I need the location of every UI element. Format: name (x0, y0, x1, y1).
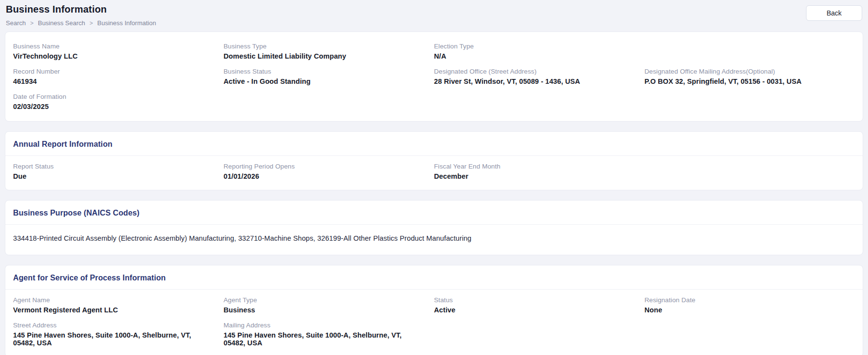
field-label: Business Type (224, 43, 425, 50)
field-agent-mailing-address: Mailing Address 145 Pine Haven Shores, S… (224, 322, 434, 347)
field-value: Active - In Good Standing (224, 77, 425, 85)
agent-grid: Agent Name Vermont Registered Agent LLC … (5, 290, 863, 355)
field-label: Resignation Date (645, 296, 846, 304)
field-label: Designated Office (Street Address) (434, 68, 635, 75)
field-label: Date of Formation (13, 93, 214, 100)
field-label: Report Status (13, 163, 214, 170)
field-fiscal-year-end-month: Fiscal Year End Month December (434, 163, 645, 180)
breadcrumb-business-search[interactable]: Business Search (38, 19, 85, 27)
field-value: 28 River St, Windsor, VT, 05089 - 1436, … (434, 77, 635, 85)
breadcrumb-business-information: Business Information (97, 19, 156, 27)
field-agent-status: Status Active (434, 296, 645, 314)
field-business-name: Business Name VirTechnology LLC (13, 43, 224, 60)
section-title-agent: Agent for Service of Process Information (5, 265, 863, 289)
field-date-of-formation: Date of Formation 02/03/2025 (13, 93, 224, 110)
back-button[interactable]: Back (806, 5, 862, 21)
field-label: Fiscal Year End Month (434, 163, 635, 170)
field-designated-office-street-address: Designated Office (Street Address) 28 Ri… (434, 68, 645, 85)
business-information-page: Business Information Search > Business S… (0, 0, 868, 355)
field-value: December (434, 172, 635, 180)
field-business-type: Business Type Domestic Limited Liability… (224, 43, 434, 60)
field-label: Reporting Period Opens (224, 163, 425, 170)
field-value: Domestic Limited Liability Company (224, 52, 425, 60)
field-resignation-date: Resignation Date None (645, 296, 855, 314)
field-value: None (645, 306, 846, 314)
annual-report-grid: Report Status Due Reporting Period Opens… (5, 156, 863, 190)
field-value: Vermont Registered Agent LLC (13, 306, 214, 314)
field-label: Agent Type (224, 296, 425, 304)
field-label: Record Number (13, 68, 214, 75)
field-label: Status (434, 296, 635, 304)
field-label: Agent Name (13, 296, 214, 304)
field-label: Business Name (13, 43, 214, 50)
field-value: N/A (434, 52, 635, 60)
field-value: 461934 (13, 77, 214, 85)
field-value: 145 Pine Haven Shores, Suite 1000-A, She… (13, 331, 214, 347)
field-agent-name: Agent Name Vermont Registered Agent LLC (13, 296, 224, 314)
breadcrumb-search[interactable]: Search (6, 19, 26, 27)
grid-spacer (645, 43, 855, 60)
chevron-right-icon: > (30, 20, 33, 27)
field-agent-street-address: Street Address 145 Pine Haven Shores, Su… (13, 322, 224, 347)
field-value: Business (224, 306, 425, 314)
breadcrumb: Search > Business Search > Business Info… (6, 19, 156, 27)
field-value: P.O BOX 32, Springfield, VT, 05156 - 003… (645, 77, 846, 85)
field-business-status: Business Status Active - In Good Standin… (224, 68, 434, 85)
field-label: Street Address (13, 322, 214, 329)
field-value: 145 Pine Haven Shores, Suite 1000-A, She… (224, 331, 425, 347)
page-header: Business Information Search > Business S… (5, 3, 863, 27)
page-title: Business Information (6, 4, 156, 15)
field-record-number: Record Number 461934 (13, 68, 224, 85)
business-summary-card: Business Name VirTechnology LLC Business… (5, 31, 863, 122)
business-summary-grid: Business Name VirTechnology LLC Business… (5, 32, 863, 121)
agent-card: Agent for Service of Process Information… (5, 265, 863, 355)
field-value: Active (434, 306, 635, 314)
field-report-status: Report Status Due (13, 163, 224, 180)
section-title-business-purpose: Business Purpose (NAICS Codes) (5, 201, 863, 224)
field-value: VirTechnology LLC (13, 52, 214, 60)
field-agent-type: Agent Type Business (224, 296, 434, 314)
annual-report-card: Annual Report Information Report Status … (5, 131, 863, 190)
heading-block: Business Information Search > Business S… (6, 3, 156, 27)
section-title-annual-report: Annual Report Information (5, 132, 863, 155)
naics-codes-text: 334418-Printed Circuit Assembly (Electro… (5, 225, 863, 255)
field-value: 02/03/2025 (13, 103, 214, 110)
field-label: Mailing Address (224, 322, 425, 329)
field-election-type: Election Type N/A (434, 43, 645, 60)
field-value: 01/01/2026 (224, 172, 425, 180)
chevron-right-icon: > (90, 20, 93, 27)
field-designated-office-mailing-address: Designated Office Mailing Address(Option… (645, 68, 855, 85)
field-label: Election Type (434, 43, 635, 50)
field-value: Due (13, 172, 214, 180)
business-purpose-card: Business Purpose (NAICS Codes) 334418-Pr… (5, 200, 863, 255)
field-label: Business Status (224, 68, 425, 75)
field-reporting-period-opens: Reporting Period Opens 01/01/2026 (224, 163, 434, 180)
field-label: Designated Office Mailing Address(Option… (645, 68, 846, 75)
